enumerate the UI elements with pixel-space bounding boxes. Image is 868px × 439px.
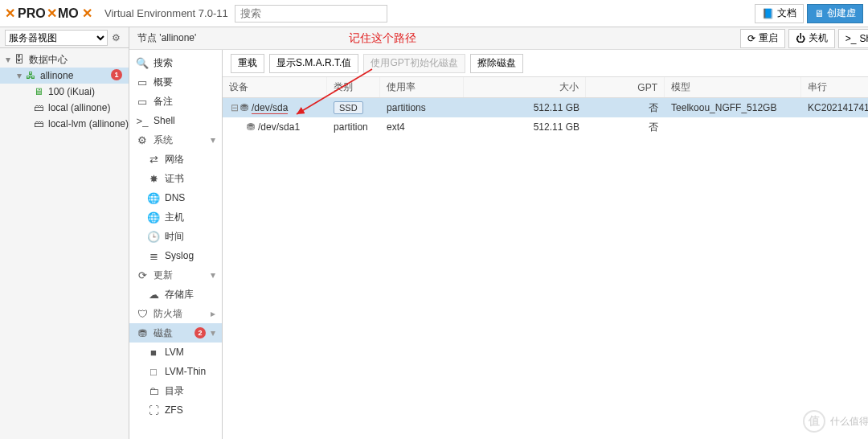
grid-icon: ⛶ <box>147 404 160 416</box>
svg-text:MO: MO <box>58 6 79 20</box>
nav-syslog[interactable]: ≣Syslog <box>129 246 222 265</box>
annotation-badge-2: 2 <box>194 327 206 338</box>
monitor-icon: 🖥 <box>814 8 824 19</box>
database-icon: 🗃 <box>32 101 45 114</box>
nav-system[interactable]: ⚙系统▾ <box>129 130 222 150</box>
search-input[interactable] <box>235 5 387 23</box>
tree-vm-100[interactable]: 🖥 100 (iKuai) <box>0 84 129 100</box>
tree-storage-local-lvm[interactable]: 🗃 local-lvm (allinone) <box>0 116 129 132</box>
annotation-text: 记住这个路径 <box>349 31 416 46</box>
nav-shell[interactable]: >_Shell <box>129 111 222 130</box>
tree-datacenter[interactable]: ▾ 🗄 数据中心 <box>0 51 129 68</box>
nav-time[interactable]: 🕒时间 <box>129 227 222 246</box>
col-serial[interactable]: 串行 <box>801 77 868 97</box>
content-header: 节点 'allinone' 记住这个路径 ⟳重启 ⏻关机 >_Sh <box>129 27 868 50</box>
terminal-icon: >_ <box>845 33 857 44</box>
svg-text:✕: ✕ <box>47 6 57 20</box>
col-model[interactable]: 模型 <box>665 77 801 97</box>
nav-dns[interactable]: 🌐DNS <box>129 188 222 207</box>
node-icon: 🖧 <box>24 69 37 82</box>
col-type[interactable]: 类别 <box>327 77 380 97</box>
ssd-badge: SSD <box>334 101 363 114</box>
brand-suffix: Virtual Environment 7.0-11 <box>104 7 228 19</box>
col-device[interactable]: 设备 <box>223 77 327 97</box>
col-size[interactable]: 大小 <box>464 77 586 97</box>
chevron-right-icon: ▸ <box>211 308 215 319</box>
cert-icon: ✸ <box>147 173 160 185</box>
nav-repos[interactable]: ☁存储库 <box>129 285 222 304</box>
hdd-icon: ⛃ <box>247 121 255 133</box>
nav-disks[interactable]: ⛃磁盘 2 ▾ <box>129 323 222 343</box>
hdd-icon: ⛃ <box>136 327 149 339</box>
svg-text:✕: ✕ <box>82 6 92 20</box>
hdd-icon: ⛃ <box>240 102 248 113</box>
resource-tree: ▾ 🗄 数据中心 ▾ 🖧 allinone 1 🖥 100 (iKuai) 🗃 … <box>0 48 129 135</box>
watermark: 值 什么值得买 <box>803 410 868 433</box>
disk-toolbar: 重载 显示S.M.A.R.T.值 使用GPT初始化磁盘 擦除磁盘 <box>223 50 868 77</box>
database-icon: 🗃 <box>32 117 45 130</box>
note-icon: ▭ <box>136 96 149 108</box>
folder-icon: 🗀 <box>147 385 160 397</box>
collapse-icon: ⊟ <box>229 102 240 113</box>
network-icon: ⇄ <box>147 154 160 166</box>
nav-lvm[interactable]: ■LVM <box>129 343 222 362</box>
nav-updates[interactable]: ⟳更新▾ <box>129 265 222 285</box>
col-usage[interactable]: 使用率 <box>380 77 464 97</box>
view-mode-select[interactable]: 服务器视图 <box>5 30 108 46</box>
nav-summary[interactable]: ▭概要 <box>129 72 222 92</box>
smart-button[interactable]: 显示S.M.A.R.T.值 <box>269 54 358 73</box>
top-bar: ✕ PRO ✕ MO ✕ Virtual Environment 7.0-11 … <box>0 0 868 27</box>
globe-icon: 🌐 <box>147 192 160 204</box>
resource-tree-panel: 服务器视图 ⚙ ▾ 🗄 数据中心 ▾ 🖧 allinone 1 🖥 100 (i… <box>0 27 129 439</box>
square-outline-icon: □ <box>147 366 160 378</box>
reboot-button[interactable]: ⟳重启 <box>740 29 785 48</box>
book-icon: ▭ <box>136 76 149 88</box>
box-icon: ☁ <box>147 289 160 301</box>
global-search[interactable] <box>235 5 387 23</box>
table-row[interactable]: ⊟⛃/dev/sda SSD partitions 512.11 GB 否 Te… <box>223 98 868 117</box>
shield-icon: 🛡 <box>136 308 149 320</box>
chevron-down-icon: ▾ <box>211 327 215 338</box>
gears-icon: ⚙ <box>136 134 149 146</box>
nav-notes[interactable]: ▭备注 <box>129 92 222 111</box>
docs-button[interactable]: 📘 文档 <box>755 4 804 23</box>
nav-certs[interactable]: ✸证书 <box>129 169 222 188</box>
logo: ✕ PRO ✕ MO ✕ Virtual Environment 7.0-11 <box>5 5 228 23</box>
nav-firewall[interactable]: 🛡防火墙▸ <box>129 304 222 323</box>
gear-icon[interactable]: ⚙ <box>108 32 124 43</box>
view-mode-bar: 服务器视图 ⚙ <box>0 27 129 48</box>
square-icon: ■ <box>147 347 160 359</box>
gpt-init-button: 使用GPT初始化磁盘 <box>363 54 465 73</box>
disk-panel: 重载 显示S.M.A.R.T.值 使用GPT初始化磁盘 擦除磁盘 设备 类别 使… <box>223 50 868 439</box>
col-gpt[interactable]: GPT <box>586 77 665 97</box>
refresh-icon: ⟳ <box>136 269 149 281</box>
shell-button[interactable]: >_Sh <box>838 29 868 48</box>
monitor-icon: 🖥 <box>32 85 45 98</box>
server-icon: 🗄 <box>13 53 26 66</box>
svg-text:PRO: PRO <box>18 6 46 20</box>
globe-icon: 🌐 <box>147 211 160 224</box>
reload-button[interactable]: 重载 <box>231 54 264 73</box>
nav-search[interactable]: 🔍搜索 <box>129 53 222 72</box>
table-header: 设备 类别 使用率 大小 GPT 模型 串行 <box>223 77 868 98</box>
clock-icon: 🕒 <box>147 231 160 243</box>
node-side-nav: 🔍搜索 ▭概要 ▭备注 >_Shell ⚙系统▾ ⇄网络 ✸证书 🌐DNS 🌐主… <box>129 50 223 439</box>
search-icon: 🔍 <box>136 57 149 69</box>
wipe-button[interactable]: 擦除磁盘 <box>470 54 523 73</box>
book-icon: 📘 <box>762 8 774 19</box>
svg-text:✕: ✕ <box>5 6 15 20</box>
nav-network[interactable]: ⇄网络 <box>129 150 222 169</box>
terminal-icon: >_ <box>136 115 149 127</box>
nav-hosts[interactable]: 🌐主机 <box>129 207 222 227</box>
disk-table: 设备 类别 使用率 大小 GPT 模型 串行 ⊟⛃/dev/sda SSD pa… <box>223 77 868 137</box>
power-icon: ⏻ <box>796 33 805 44</box>
tree-node-allinone[interactable]: ▾ 🖧 allinone 1 <box>0 68 129 84</box>
nav-directory[interactable]: 🗀目录 <box>129 381 222 400</box>
tree-storage-local[interactable]: 🗃 local (allinone) <box>0 100 129 116</box>
nav-zfs[interactable]: ⛶ZFS <box>129 400 222 420</box>
nav-lvmthin[interactable]: □LVM-Thin <box>129 362 222 381</box>
create-vm-button[interactable]: 🖥 创建虚 <box>807 4 863 23</box>
shutdown-button[interactable]: ⏻关机 <box>788 29 835 48</box>
list-icon: ≣ <box>147 250 160 262</box>
table-row[interactable]: ⛃/dev/sda1 partition ext4 512.11 GB 否 <box>223 117 868 137</box>
